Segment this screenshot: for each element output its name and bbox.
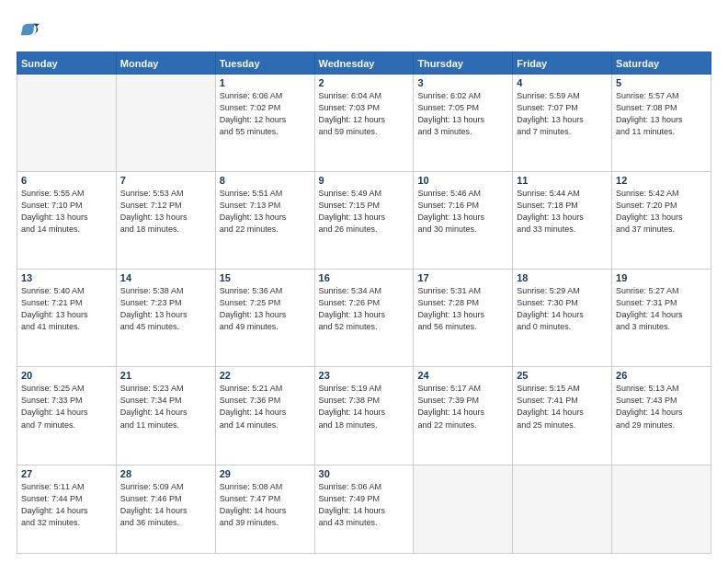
day-info: Sunrise: 5:11 AM Sunset: 7:44 PM Dayligh… xyxy=(21,481,112,529)
day-number: 11 xyxy=(517,175,608,186)
week-row-3: 13Sunrise: 5:40 AM Sunset: 7:21 PM Dayli… xyxy=(17,270,711,367)
calendar-cell: 22Sunrise: 5:21 AM Sunset: 7:36 PM Dayli… xyxy=(215,367,314,465)
day-number: 10 xyxy=(417,175,508,186)
day-info: Sunrise: 5:06 AM Sunset: 7:49 PM Dayligh… xyxy=(319,481,410,529)
day-info: Sunrise: 6:06 AM Sunset: 7:02 PM Dayligh… xyxy=(220,90,311,138)
day-info: Sunrise: 5:57 AM Sunset: 7:08 PM Dayligh… xyxy=(616,90,707,138)
calendar-cell xyxy=(513,465,612,554)
week-row-4: 20Sunrise: 5:25 AM Sunset: 7:33 PM Dayli… xyxy=(17,367,711,465)
day-info: Sunrise: 5:59 AM Sunset: 7:07 PM Dayligh… xyxy=(517,90,608,138)
calendar-cell: 21Sunrise: 5:23 AM Sunset: 7:34 PM Dayli… xyxy=(116,367,215,465)
header xyxy=(17,17,711,42)
day-number: 26 xyxy=(616,370,707,381)
day-number: 16 xyxy=(319,272,410,283)
week-row-5: 27Sunrise: 5:11 AM Sunset: 7:44 PM Dayli… xyxy=(17,465,711,554)
day-info: Sunrise: 5:23 AM Sunset: 7:34 PM Dayligh… xyxy=(120,383,211,431)
calendar-cell: 29Sunrise: 5:08 AM Sunset: 7:47 PM Dayli… xyxy=(215,465,314,554)
day-info: Sunrise: 5:42 AM Sunset: 7:20 PM Dayligh… xyxy=(616,188,707,236)
weekday-header-saturday: Saturday xyxy=(612,52,711,75)
calendar-cell: 13Sunrise: 5:40 AM Sunset: 7:21 PM Dayli… xyxy=(17,270,117,367)
day-number: 9 xyxy=(319,175,410,186)
calendar-cell: 20Sunrise: 5:25 AM Sunset: 7:33 PM Dayli… xyxy=(17,367,117,465)
day-info: Sunrise: 5:34 AM Sunset: 7:26 PM Dayligh… xyxy=(319,285,410,333)
calendar-cell: 25Sunrise: 5:15 AM Sunset: 7:41 PM Dayli… xyxy=(513,367,612,465)
day-info: Sunrise: 5:17 AM Sunset: 7:39 PM Dayligh… xyxy=(417,383,508,431)
day-number: 21 xyxy=(120,370,211,381)
day-number: 2 xyxy=(319,77,410,88)
calendar-cell: 10Sunrise: 5:46 AM Sunset: 7:16 PM Dayli… xyxy=(414,172,513,270)
weekday-header-monday: Monday xyxy=(116,52,215,75)
day-info: Sunrise: 5:19 AM Sunset: 7:38 PM Dayligh… xyxy=(319,383,410,431)
weekday-header-sunday: Sunday xyxy=(17,52,117,75)
logo xyxy=(17,17,46,42)
calendar-cell: 27Sunrise: 5:11 AM Sunset: 7:44 PM Dayli… xyxy=(17,465,117,554)
day-number: 29 xyxy=(220,468,311,479)
day-number: 4 xyxy=(517,77,608,88)
day-info: Sunrise: 5:44 AM Sunset: 7:18 PM Dayligh… xyxy=(517,188,608,236)
day-info: Sunrise: 5:38 AM Sunset: 7:23 PM Dayligh… xyxy=(120,285,211,333)
calendar-cell: 30Sunrise: 5:06 AM Sunset: 7:49 PM Dayli… xyxy=(314,465,414,554)
calendar-cell: 28Sunrise: 5:09 AM Sunset: 7:46 PM Dayli… xyxy=(116,465,215,554)
day-info: Sunrise: 5:25 AM Sunset: 7:33 PM Dayligh… xyxy=(21,383,112,431)
day-number: 15 xyxy=(220,272,311,283)
calendar-cell xyxy=(17,75,117,172)
day-info: Sunrise: 6:04 AM Sunset: 7:03 PM Dayligh… xyxy=(319,90,410,138)
day-number: 23 xyxy=(319,370,410,381)
day-info: Sunrise: 5:27 AM Sunset: 7:31 PM Dayligh… xyxy=(616,285,707,333)
day-number: 12 xyxy=(616,175,707,186)
day-number: 19 xyxy=(616,272,707,283)
day-number: 24 xyxy=(417,370,508,381)
calendar-cell: 9Sunrise: 5:49 AM Sunset: 7:15 PM Daylig… xyxy=(314,172,414,270)
day-info: Sunrise: 5:13 AM Sunset: 7:43 PM Dayligh… xyxy=(616,383,707,431)
calendar-cell: 18Sunrise: 5:29 AM Sunset: 7:30 PM Dayli… xyxy=(513,270,612,367)
day-info: Sunrise: 5:09 AM Sunset: 7:46 PM Dayligh… xyxy=(120,481,211,529)
day-number: 17 xyxy=(417,272,508,283)
calendar-cell: 19Sunrise: 5:27 AM Sunset: 7:31 PM Dayli… xyxy=(612,270,711,367)
calendar-cell xyxy=(116,75,215,172)
calendar-cell: 11Sunrise: 5:44 AM Sunset: 7:18 PM Dayli… xyxy=(513,172,612,270)
calendar-cell xyxy=(612,465,711,554)
calendar-cell: 6Sunrise: 5:55 AM Sunset: 7:10 PM Daylig… xyxy=(17,172,117,270)
calendar-cell: 8Sunrise: 5:51 AM Sunset: 7:13 PM Daylig… xyxy=(215,172,314,270)
calendar-cell: 2Sunrise: 6:04 AM Sunset: 7:03 PM Daylig… xyxy=(314,75,414,172)
day-number: 20 xyxy=(21,370,112,381)
day-number: 30 xyxy=(319,468,410,479)
weekday-header-wednesday: Wednesday xyxy=(314,52,414,75)
calendar-cell: 23Sunrise: 5:19 AM Sunset: 7:38 PM Dayli… xyxy=(314,367,414,465)
weekday-header-thursday: Thursday xyxy=(414,52,513,75)
calendar-cell: 7Sunrise: 5:53 AM Sunset: 7:12 PM Daylig… xyxy=(116,172,215,270)
day-info: Sunrise: 5:46 AM Sunset: 7:16 PM Dayligh… xyxy=(417,188,508,236)
day-number: 25 xyxy=(517,370,608,381)
weekday-header-tuesday: Tuesday xyxy=(215,52,314,75)
day-number: 27 xyxy=(21,468,112,479)
calendar-cell xyxy=(414,465,513,554)
calendar-cell: 12Sunrise: 5:42 AM Sunset: 7:20 PM Dayli… xyxy=(612,172,711,270)
day-number: 1 xyxy=(220,77,311,88)
calendar-cell: 15Sunrise: 5:36 AM Sunset: 7:25 PM Dayli… xyxy=(215,270,314,367)
day-info: Sunrise: 5:51 AM Sunset: 7:13 PM Dayligh… xyxy=(220,188,311,236)
day-info: Sunrise: 5:53 AM Sunset: 7:12 PM Dayligh… xyxy=(120,188,211,236)
calendar-cell: 26Sunrise: 5:13 AM Sunset: 7:43 PM Dayli… xyxy=(612,367,711,465)
weekday-header-friday: Friday xyxy=(513,52,612,75)
day-number: 3 xyxy=(417,77,508,88)
day-info: Sunrise: 5:31 AM Sunset: 7:28 PM Dayligh… xyxy=(417,285,508,333)
day-info: Sunrise: 5:15 AM Sunset: 7:41 PM Dayligh… xyxy=(517,383,608,431)
day-number: 14 xyxy=(120,272,211,283)
calendar-cell: 16Sunrise: 5:34 AM Sunset: 7:26 PM Dayli… xyxy=(314,270,414,367)
day-info: Sunrise: 5:49 AM Sunset: 7:15 PM Dayligh… xyxy=(319,188,410,236)
week-row-1: 1Sunrise: 6:06 AM Sunset: 7:02 PM Daylig… xyxy=(17,75,711,172)
calendar-cell: 14Sunrise: 5:38 AM Sunset: 7:23 PM Dayli… xyxy=(116,270,215,367)
day-info: Sunrise: 5:40 AM Sunset: 7:21 PM Dayligh… xyxy=(21,285,112,333)
calendar-cell: 24Sunrise: 5:17 AM Sunset: 7:39 PM Dayli… xyxy=(414,367,513,465)
day-info: Sunrise: 5:08 AM Sunset: 7:47 PM Dayligh… xyxy=(220,481,311,529)
page: SundayMondayTuesdayWednesdayThursdayFrid… xyxy=(0,0,728,563)
day-info: Sunrise: 5:55 AM Sunset: 7:10 PM Dayligh… xyxy=(21,188,112,236)
logo-icon xyxy=(17,17,42,42)
calendar-cell: 4Sunrise: 5:59 AM Sunset: 7:07 PM Daylig… xyxy=(513,75,612,172)
day-number: 7 xyxy=(120,175,211,186)
day-number: 8 xyxy=(220,175,311,186)
day-info: Sunrise: 5:36 AM Sunset: 7:25 PM Dayligh… xyxy=(220,285,311,333)
calendar-cell: 1Sunrise: 6:06 AM Sunset: 7:02 PM Daylig… xyxy=(215,75,314,172)
day-info: Sunrise: 5:29 AM Sunset: 7:30 PM Dayligh… xyxy=(517,285,608,333)
day-number: 18 xyxy=(517,272,608,283)
